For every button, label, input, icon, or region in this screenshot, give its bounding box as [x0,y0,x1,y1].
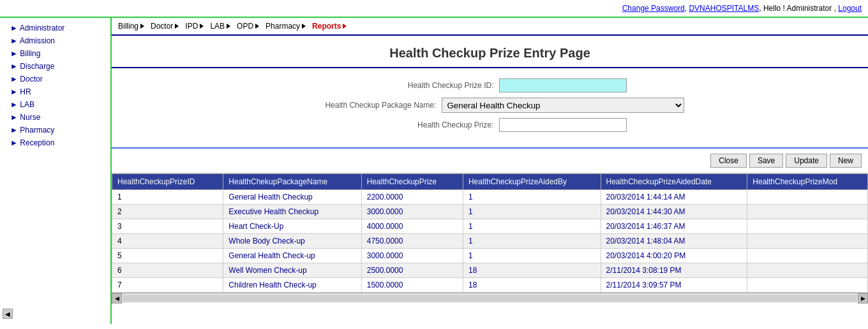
table-cell: 3 [112,219,223,234]
table-cell: 7 [112,278,223,293]
table-cell: 1 [463,190,601,205]
form-row-prize: Health Checkup Prize: [124,118,855,132]
table-cell: 20/03/2014 1:46:37 AM [601,219,747,234]
table-row[interactable]: 1General Health Checkup2200.0000120/03/2… [112,190,868,205]
arrow-icon: ► [10,113,15,122]
sidebar-item-hr[interactable]: ► HR [0,85,110,98]
table-row[interactable]: 6Well Women Check-up2500.0000182/11/2014… [112,263,868,278]
sidebar-item-billing[interactable]: ► Billing [0,47,110,60]
arrow-icon: ► [10,126,15,135]
sidebar-item-label: LAB [20,100,34,109]
table-cell: 2/11/2014 3:09:57 PM [601,278,747,293]
scroll-track[interactable] [123,295,857,302]
table-cell: 2 [112,205,223,219]
nav-reports[interactable]: Reports [312,22,347,31]
health-checkup-prize-id-input[interactable] [499,78,627,92]
form-row-package: Health Checkup Package Name: General Hea… [124,98,855,113]
sidebar-item-doctor[interactable]: ► Doctor [0,73,110,85]
table-cell: General Health Check-up [223,249,361,263]
table-row[interactable]: 3Heart Check-Up4000.0000120/03/2014 1:46… [112,219,868,234]
arrow-icon: ► [10,138,15,147]
health-checkup-prize-input[interactable] [499,118,627,132]
nav-ipd-label: IPD [185,22,198,31]
sidebar-item-administrator[interactable]: ► Administrator [0,22,110,34]
table-cell: 20/03/2014 1:44:14 AM [601,190,747,205]
nav-arrow-icon [200,24,204,29]
nav-pharmacy-label: Pharmacy [266,22,300,31]
save-button[interactable]: Save [749,154,783,168]
table-row[interactable]: 5General Health Check-up3000.0000120/03/… [112,249,868,263]
nav-lab[interactable]: LAB [210,22,230,31]
arrow-icon: ► [10,62,15,71]
sidebar-item-nurse[interactable]: ► Nurse [0,111,110,124]
table-cell: 1 [463,219,601,234]
id-label: Health Checkup Prize ID: [354,81,494,90]
health-checkup-package-select[interactable]: General Health Checkup Executive Health … [442,98,684,113]
sidebar-item-label: Pharmacy [20,126,54,135]
sidebar-item-lab[interactable]: ► LAB [0,98,110,111]
nav-doctor[interactable]: Doctor [151,22,179,31]
table-cell: General Health Checkup [223,190,361,205]
table-cell: 1 [463,234,601,249]
nav-arrow-icon [140,24,144,29]
nav-opd[interactable]: OPD [237,22,259,31]
top-bar: Change Password, DVNAHOSPITALMS, Hello !… [0,0,868,18]
table-cell: 1 [463,249,601,263]
table-cell: Whole Body Check-up [223,234,361,249]
app-name-link[interactable]: DVNAHOSPITALMS [689,4,759,13]
sidebar-item-label: Doctor [20,75,42,84]
table-cell [747,249,868,263]
table-cell: 1 [112,190,223,205]
table-cell: 1500.0000 [361,278,463,293]
col-header-package: HealthChekupPackageName [223,174,361,190]
nav-arrow-icon [343,24,347,29]
sidebar-item-pharmacy[interactable]: ► Pharmacy [0,124,110,136]
scroll-right-button[interactable]: ▶ [858,293,868,303]
table-cell: Well Women Check-up [223,263,361,278]
sidebar-item-reception[interactable]: ► Reception [0,136,110,149]
table-cell: 20/03/2014 1:44:30 AM [601,205,747,219]
change-password-link[interactable]: Change Password [622,4,685,13]
buttons-area: Close Save Update New [112,149,868,173]
table-cell: 3000.0000 [361,249,463,263]
col-header-aided-date: HealthCheckupPrizeAidedDate [601,174,747,190]
sidebar-item-discharge[interactable]: ► Discharge [0,60,110,73]
page-title: Health Checkup Prize Entry Page [112,46,868,61]
table-cell [747,278,868,293]
col-header-prize: HealthCheckupPrize [361,174,463,190]
table-row[interactable]: 4Whole Body Check-up4750.0000120/03/2014… [112,234,868,249]
table-cell: Heart Check-Up [223,219,361,234]
table-area: HealthCheckupPrizeID HealthChekupPackage… [112,173,868,293]
sidebar-item-label: Reception [20,138,54,147]
nav-pharmacy[interactable]: Pharmacy [266,22,306,31]
sidebar-item-label: Billing [20,49,40,58]
logout-link[interactable]: Logout [838,4,862,13]
nav-billing[interactable]: Billing [118,22,144,31]
arrow-icon: ► [10,24,15,33]
nav-lab-label: LAB [210,22,225,31]
table-cell: 20/03/2014 1:48:04 AM [601,234,747,249]
table-body: 1General Health Checkup2200.0000120/03/2… [112,190,868,293]
package-label: Health Checkup Package Name: [296,101,437,110]
sidebar-collapse-button[interactable]: ◀ [3,309,13,319]
table-row[interactable]: 2Executive Health Checkup3000.0000120/03… [112,205,868,219]
table-row[interactable]: 7Children Health Check-up1500.0000182/11… [112,278,868,293]
horizontal-scrollbar[interactable]: ◀ ▶ [112,293,868,303]
nav-opd-label: OPD [237,22,253,31]
table-cell: Children Health Check-up [223,278,361,293]
table-cell: Executive Health Checkup [223,205,361,219]
scroll-left-button[interactable]: ◀ [112,293,122,303]
new-button[interactable]: New [830,154,862,168]
update-button[interactable]: Update [786,154,827,168]
col-header-aided-by: HealthCheckupPrizeAidedBy [463,174,601,190]
sidebar-item-admission[interactable]: ► Admission [0,34,110,47]
arrow-icon: ► [10,36,15,45]
nav-bar: Billing Doctor IPD LAB OPD Pharmacy [112,18,868,36]
nav-ipd[interactable]: IPD [185,22,204,31]
table-cell: 4000.0000 [361,219,463,234]
health-checkup-table: HealthCheckupPrizeID HealthChekupPackage… [112,173,868,293]
nav-reports-label: Reports [312,22,341,31]
sidebar-item-label: Nurse [20,113,40,122]
close-button[interactable]: Close [710,154,747,168]
sidebar-item-label: Admission [20,36,55,45]
